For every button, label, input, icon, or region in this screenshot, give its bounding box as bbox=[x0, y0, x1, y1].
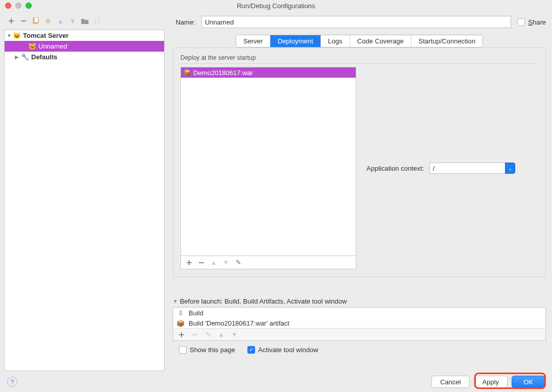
add-config-icon[interactable] bbox=[7, 17, 15, 25]
tree-label: Defaults bbox=[31, 53, 57, 61]
collapse-icon[interactable]: ▼ bbox=[173, 298, 178, 304]
app-context-label: Application context: bbox=[366, 165, 424, 172]
share-label: SSharehare bbox=[528, 18, 546, 26]
help-icon[interactable]: ? bbox=[7, 377, 17, 387]
artifact-toolbar: ▲ ▼ ✎ bbox=[180, 256, 356, 269]
window-title: Run/Debug Configurations bbox=[0, 2, 552, 10]
task-list[interactable]: ⇩ Build 📦 Build 'Demo20180617:war' artif… bbox=[173, 307, 546, 341]
expand-icon[interactable]: ▶ bbox=[15, 54, 21, 60]
remove-task-icon bbox=[191, 331, 199, 339]
settings-icon[interactable] bbox=[44, 17, 52, 25]
show-page-label: Show this page bbox=[190, 346, 235, 354]
add-artifact-icon[interactable] bbox=[185, 259, 193, 267]
artifact-row[interactable]: 📦 Demo20180617:war bbox=[181, 67, 356, 78]
tab-logs[interactable]: Logs bbox=[321, 35, 350, 47]
tree-node-tomcat[interactable]: ▼ 🐱 Tomcat Server bbox=[5, 30, 164, 41]
tab-bar: Server Deployment Logs Code Coverage Sta… bbox=[173, 35, 546, 48]
build-icon: ⇩ bbox=[176, 309, 185, 317]
edit-task-icon: ✎ bbox=[204, 331, 212, 339]
move-down-icon: ▼ bbox=[231, 331, 239, 339]
artifact-icon: 📦 bbox=[176, 319, 185, 327]
task-label: Build 'Demo20180617:war' artifact bbox=[189, 319, 289, 327]
before-launch-header[interactable]: ▼ Before launch: Build, Build Artifacts,… bbox=[173, 297, 546, 305]
tree-node-unnamed[interactable]: 🐱 Unnamed bbox=[5, 41, 164, 52]
left-panel: ▲ ▼ ▼ 🐱 Tomcat Server 🐱 Unnamed ▶ 🔧 Defa… bbox=[0, 11, 169, 371]
artifact-label: Demo20180617:war bbox=[193, 69, 253, 77]
move-up-icon: ▲ bbox=[217, 331, 225, 339]
tab-code-coverage[interactable]: Code Coverage bbox=[350, 35, 411, 47]
add-task-icon[interactable] bbox=[177, 331, 186, 339]
wrench-icon: 🔧 bbox=[21, 53, 29, 61]
tomcat-icon: 🐱 bbox=[13, 32, 21, 39]
task-label: Build bbox=[189, 309, 203, 317]
remove-config-icon[interactable] bbox=[19, 17, 28, 25]
apply-button[interactable]: Apply bbox=[474, 376, 508, 388]
titlebar: Run/Debug Configurations bbox=[0, 0, 552, 11]
tab-deployment[interactable]: Deployment bbox=[270, 35, 320, 47]
tomcat-icon: 🐱 bbox=[28, 42, 36, 50]
tree-label: Unnamed bbox=[38, 42, 67, 50]
folder-icon[interactable] bbox=[81, 17, 89, 25]
ok-button[interactable]: OK bbox=[512, 376, 545, 388]
expand-icon[interactable]: ▼ bbox=[7, 33, 13, 38]
sort-icon bbox=[93, 17, 101, 25]
edit-artifact-icon[interactable]: ✎ bbox=[234, 259, 242, 267]
task-row[interactable]: ⇩ Build bbox=[173, 308, 545, 318]
section-label: Deploy at the server startup bbox=[180, 54, 538, 64]
move-down-icon: ▼ bbox=[68, 17, 77, 25]
app-context-combo[interactable]: ⌄ bbox=[429, 163, 515, 174]
show-page-checkbox[interactable] bbox=[179, 346, 187, 354]
dropdown-icon[interactable]: ⌄ bbox=[505, 163, 515, 174]
task-row[interactable]: 📦 Build 'Demo20180617:war' artifact bbox=[173, 318, 545, 328]
svg-point-2 bbox=[47, 20, 49, 22]
artifact-icon: 📦 bbox=[183, 69, 191, 77]
deployment-panel: Deploy at the server startup 📦 Demo20180… bbox=[173, 48, 546, 277]
activate-tool-window-checkbox[interactable]: ✓ bbox=[247, 346, 255, 354]
right-panel: Name: SSharehare Server Deployment Logs … bbox=[169, 11, 552, 371]
name-input[interactable] bbox=[201, 16, 511, 28]
move-up-icon: ▲ bbox=[210, 259, 218, 267]
move-down-icon: ▼ bbox=[222, 259, 230, 267]
tree-label: Tomcat Server bbox=[23, 32, 68, 39]
artifact-list[interactable]: 📦 Demo20180617:war bbox=[180, 67, 356, 256]
before-launch-label: Before launch: Build, Build Artifacts, A… bbox=[180, 297, 347, 305]
before-launch-section: ▼ Before launch: Build, Build Artifacts,… bbox=[173, 297, 546, 354]
task-toolbar: ✎ ▲ ▼ bbox=[173, 328, 545, 340]
share-checkbox[interactable] bbox=[517, 18, 525, 26]
remove-artifact-icon[interactable] bbox=[197, 259, 205, 267]
activate-tool-window-label: Activate tool window bbox=[258, 346, 318, 354]
app-context-input[interactable] bbox=[429, 163, 505, 174]
cancel-button[interactable]: Cancel bbox=[431, 376, 469, 388]
tab-startup-connection[interactable]: Startup/Connection bbox=[411, 35, 482, 47]
name-label: Name: bbox=[173, 18, 195, 26]
tree-node-defaults[interactable]: ▶ 🔧 Defaults bbox=[5, 52, 164, 62]
copy-config-icon[interactable] bbox=[32, 17, 40, 25]
tab-server[interactable]: Server bbox=[236, 35, 270, 47]
config-tree[interactable]: ▼ 🐱 Tomcat Server 🐱 Unnamed ▶ 🔧 Defaults bbox=[4, 30, 165, 371]
dialog-footer: ? Cancel Apply OK bbox=[0, 372, 552, 392]
config-toolbar: ▲ ▼ bbox=[4, 14, 165, 28]
move-up-icon: ▲ bbox=[56, 17, 64, 25]
svg-rect-1 bbox=[34, 17, 38, 22]
